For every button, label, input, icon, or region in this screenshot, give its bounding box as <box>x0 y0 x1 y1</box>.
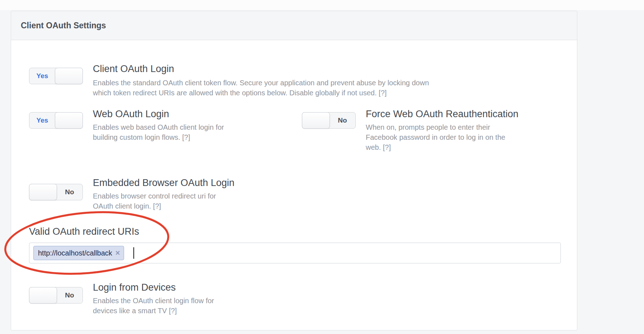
client-oauth-settings-panel: Client OAuth Settings Yes Client OAuth L… <box>11 11 577 330</box>
page: Client OAuth Settings Yes Client OAuth L… <box>0 0 644 334</box>
toggle-no-label: No <box>330 113 355 128</box>
login-from-devices-toggle[interactable]: No <box>29 287 83 304</box>
toggle-knob <box>55 68 83 84</box>
top-strip <box>0 0 644 10</box>
embedded-browser-oauth-login-toggle[interactable]: No <box>29 184 83 200</box>
client-oauth-login-title: Client OAuth Login <box>93 63 174 75</box>
client-oauth-login-toggle[interactable]: Yes <box>29 68 83 84</box>
web-oauth-login-toggle[interactable]: Yes <box>29 112 83 129</box>
description-line: Enables browser control redirect uri for <box>93 191 216 201</box>
description-line: OAuth client login. [?] <box>93 201 216 211</box>
client-oauth-login-description: Enables the standard OAuth client token … <box>93 78 429 98</box>
toggle-no-label: No <box>57 287 82 303</box>
toggle-yes-label: Yes <box>29 68 55 84</box>
force-web-oauth-reauthentication-title: Force Web OAuth Reauthentication <box>366 109 518 120</box>
remove-token-icon[interactable]: × <box>115 249 120 257</box>
force-web-oauth-reauthentication-toggle[interactable]: No <box>302 112 356 129</box>
description-line: Enables web based OAuth client login for <box>93 122 224 132</box>
toggle-knob <box>29 184 57 200</box>
panel-title: Client OAuth Settings <box>21 21 106 30</box>
redirect-uris-input[interactable]: http://localhost/callback × <box>29 243 561 263</box>
description-line: building custom login flows. [?] <box>93 132 224 142</box>
login-from-devices-title: Login from Devices <box>93 282 176 293</box>
embedded-browser-oauth-login-description: Enables browser control redirect uri for… <box>93 191 216 211</box>
description-line: Facebook password in order to log in on … <box>366 132 505 142</box>
description-line: which token redirect URIs are allowed wi… <box>93 88 429 98</box>
web-oauth-login-title: Web OAuth Login <box>93 109 169 120</box>
toggle-knob <box>29 287 57 304</box>
web-oauth-login-description: Enables web based OAuth client login for… <box>93 122 224 142</box>
toggle-no-label: No <box>57 184 82 200</box>
description-line: When on, prompts people to enter their <box>366 122 505 132</box>
toggle-knob <box>55 112 83 129</box>
text-cursor <box>133 247 134 259</box>
description-line: Enables the standard OAuth client token … <box>93 78 429 88</box>
toggle-knob <box>302 112 330 129</box>
uri-token-value: http://localhost/callback <box>38 249 112 257</box>
panel-header: Client OAuth Settings <box>11 11 577 40</box>
description-line: web. [?] <box>366 142 505 152</box>
uri-token: http://localhost/callback × <box>33 246 124 260</box>
description-line: Enables the OAuth client login flow for <box>93 296 214 306</box>
force-web-oauth-reauthentication-description: When on, prompts people to enter their F… <box>366 122 505 152</box>
login-from-devices-description: Enables the OAuth client login flow for … <box>93 296 214 316</box>
description-line: devices like a smart TV [?] <box>93 306 214 316</box>
toggle-yes-label: Yes <box>29 113 55 128</box>
embedded-browser-oauth-login-title: Embedded Browser OAuth Login <box>93 177 235 189</box>
valid-oauth-redirect-uris-label: Valid OAuth redirect URIs <box>29 226 139 237</box>
